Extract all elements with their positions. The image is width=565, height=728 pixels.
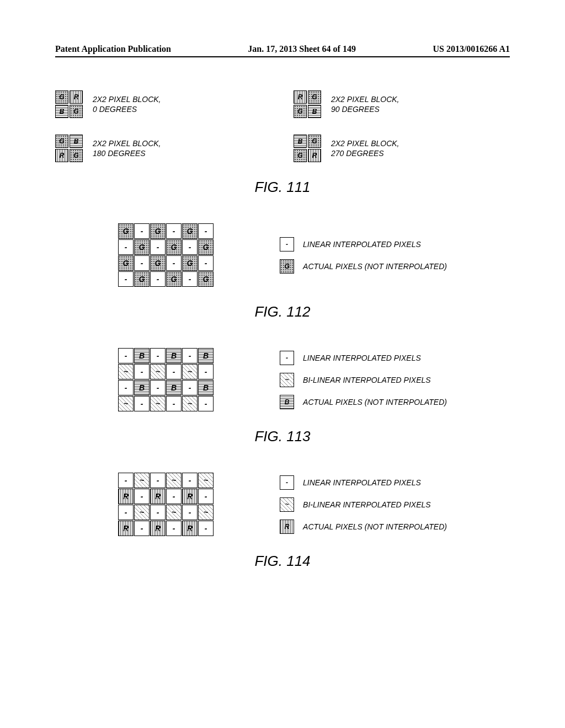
legend-swatch: - [280,351,294,365]
grid-cell: - [150,271,166,287]
grid-cell: - [166,521,182,536]
pixel-cell: B [70,135,83,148]
grid-cell: - [198,255,214,271]
grid-cell: - [166,255,182,271]
pixel-cell: B [308,105,321,118]
grid-cell: ~ [198,473,214,488]
pixel-cell: G [70,105,83,118]
pixel-cell: B [55,105,68,118]
grid-cell: R [182,521,198,536]
grid-cell: B [198,348,214,363]
legend-label: ACTUAL PIXELS (NOT INTERPOLATED) [303,522,447,531]
legend-label: LINEAR INTERPOLATED PIXELS [303,240,421,249]
block-label: 2X2 PIXEL BLOCK,0 DEGREES [93,94,161,114]
grid-cell: G [166,271,182,287]
grid-cell: ~ [134,473,150,488]
pixel-cell: R [308,149,321,162]
grid-cell: R [182,489,198,504]
grid-cell: G [198,271,214,287]
legend-label: BI-LINEAR INTERPOLATED PIXELS [303,500,431,509]
fig-113-grid: -B-B-B~-~-~--B-B-B~-~-~- [118,348,214,411]
fig-112-caption: FIG. 112 [55,303,510,320]
grid-cell: - [134,521,150,536]
fig-112: G-G-G--G-G-GG-G-G--G-G-G -LINEAR INTERPO… [55,223,510,320]
header-left: Patent Application Publication [55,44,171,54]
grid-cell: ~ [198,505,214,520]
fig-111-row1: GRBG2X2 PIXEL BLOCK,0 DEGREES RGGB2X2 PI… [55,90,510,118]
legend-swatch: G [280,259,294,274]
grid-cell: - [198,396,214,411]
grid-cell: - [134,396,150,411]
pixel-cell: G [70,149,83,162]
grid-cell: - [118,239,134,255]
grid-cell: - [118,271,134,287]
legend-swatch: ~ [280,497,294,512]
legend-row: ~BI-LINEAR INTERPOLATED PIXELS [280,373,447,387]
grid-cell: R [118,521,134,536]
block-90deg: RGGB2X2 PIXEL BLOCK,90 DEGREES [294,90,510,118]
grid-cell: G [118,223,134,239]
fig-111-caption: FIG. 111 [55,179,510,196]
grid-cell: - [134,364,150,379]
grid-cell: - [182,505,198,520]
pixel-cell: G [294,105,307,118]
grid-cell: ~ [134,505,150,520]
pixel-cell: R [294,90,307,104]
grid-cell: ~ [150,396,166,411]
grid-cell: - [198,489,214,504]
pixel-cell: R [55,149,68,162]
fig-113-legend: -LINEAR INTERPOLATED PIXELS~BI-LINEAR IN… [280,351,447,409]
fig-113-caption: FIG. 113 [55,428,510,445]
grid-cell: - [198,223,214,239]
grid-cell: B [166,348,182,363]
block-label: 2X2 PIXEL BLOCK,270 DEGREES [331,138,399,158]
grid-cell: - [182,271,198,287]
pixel-cell: G [308,90,321,104]
fig-113: -B-B-B~-~-~--B-B-B~-~-~- -LINEAR INTERPO… [55,348,510,445]
pixel-cell: G [294,149,307,162]
grid-cell: B [198,380,214,395]
legend-swatch: B [280,395,294,409]
legend-row: BACTUAL PIXELS (NOT INTERPOLATED) [280,395,447,409]
fig-114: -~-~-~R-R-R--~-~-~R-R-R- -LINEAR INTERPO… [55,473,510,570]
pixel-cell: G [55,135,68,148]
pixel-cell: B [294,135,307,148]
grid-cell: B [134,380,150,395]
fig-114-legend: -LINEAR INTERPOLATED PIXELS~BI-LINEAR IN… [280,475,447,534]
grid-cell: - [134,255,150,271]
grid-cell: ~ [118,396,134,411]
grid-cell: - [150,505,166,520]
legend-row: -LINEAR INTERPOLATED PIXELS [280,237,447,251]
legend-label: ACTUAL PIXELS (NOT INTERPOLATED) [303,398,447,406]
header-center: Jan. 17, 2013 Sheet 64 of 149 [248,44,356,54]
grid-cell: B [166,380,182,395]
grid-cell: ~ [166,505,182,520]
grid-cell: - [182,473,198,488]
grid-cell: ~ [182,364,198,379]
grid-cell: G [150,223,166,239]
grid-cell: - [150,348,166,363]
grid-cell: - [182,380,198,395]
legend-row: -LINEAR INTERPOLATED PIXELS [280,475,447,490]
grid-cell: G [198,239,214,255]
block-270deg: BGGR2X2 PIXEL BLOCK,270 DEGREES [294,135,510,162]
grid-cell: - [166,223,182,239]
grid-cell: - [182,239,198,255]
block-label: 2X2 PIXEL BLOCK,180 DEGREES [93,138,161,158]
legend-swatch: - [280,237,294,251]
legend-row: RACTUAL PIXELS (NOT INTERPOLATED) [280,520,447,534]
grid-cell: R [150,521,166,536]
grid-cell: - [166,489,182,504]
fig-114-caption: FIG. 114 [55,553,510,570]
fig-114-grid: -~-~-~R-R-R--~-~-~R-R-R- [118,473,214,536]
grid-cell: - [166,364,182,379]
grid-cell: - [118,473,134,488]
grid-cell: - [118,348,134,363]
block-0deg: GRBG2X2 PIXEL BLOCK,0 DEGREES [55,90,271,118]
grid-cell: G [182,223,198,239]
grid-cell: ~ [150,364,166,379]
fig-111-row2: GBRG2X2 PIXEL BLOCK,180 DEGREES BGGR2X2 … [55,135,510,162]
header-right: US 2013/0016266 A1 [433,44,510,54]
grid-cell: B [134,348,150,363]
fig-112-legend: -LINEAR INTERPOLATED PIXELSGACTUAL PIXEL… [280,237,447,274]
